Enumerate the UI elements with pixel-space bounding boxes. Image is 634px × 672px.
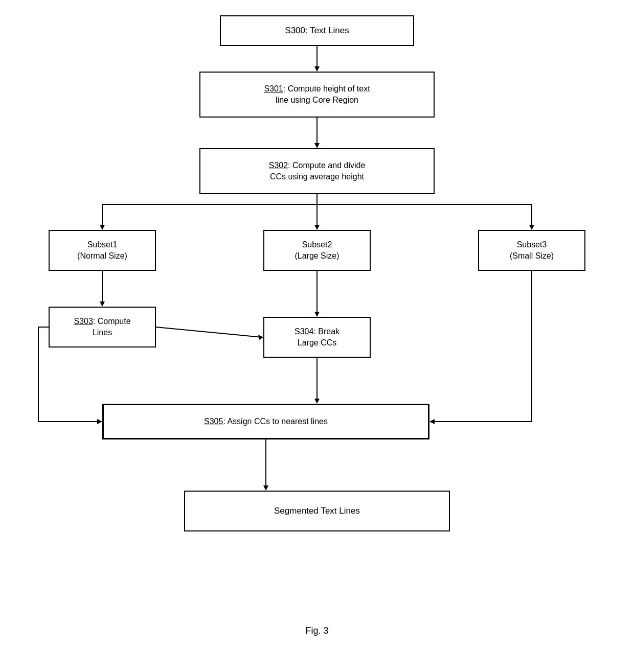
box-s300-label: S300: Text Lines <box>285 25 349 37</box>
svg-marker-7 <box>100 225 105 230</box>
svg-marker-18 <box>258 335 263 340</box>
box-s305: S305: Assign CCs to nearest lines <box>102 404 429 439</box>
box-segmented: Segmented Text Lines <box>184 491 450 531</box>
fig-label: Fig. 3 <box>0 625 634 636</box>
svg-marker-22 <box>97 419 102 424</box>
svg-marker-14 <box>100 302 105 307</box>
box-s303-label: S303: ComputeLines <box>74 316 130 339</box>
box-s300: S300: Text Lines <box>220 15 414 46</box>
box-s304-label: S304: BreakLarge CCs <box>295 326 339 349</box>
box-subset3-label: Subset3(Small Size) <box>510 239 554 262</box>
box-subset1: Subset1(Normal Size) <box>49 230 156 271</box>
box-s304: S304: BreakLarge CCs <box>263 317 371 358</box>
diagram-container: S300: Text Lines S301: Compute height of… <box>0 0 634 644</box>
svg-marker-1 <box>314 66 320 72</box>
box-s302-label: S302: Compute and divideCCs using averag… <box>269 160 366 183</box>
svg-marker-9 <box>314 225 320 230</box>
box-subset1-label: Subset1(Normal Size) <box>77 239 127 262</box>
box-s303: S303: ComputeLines <box>49 307 156 347</box>
svg-marker-12 <box>529 225 534 230</box>
svg-marker-16 <box>314 312 320 317</box>
box-s305-label: S305: Assign CCs to nearest lines <box>204 416 328 427</box>
svg-line-17 <box>156 327 262 337</box>
box-s301-label: S301: Compute height of textline using C… <box>264 83 370 106</box>
svg-marker-27 <box>429 419 435 424</box>
box-s301: S301: Compute height of textline using C… <box>199 72 435 118</box>
box-subset3: Subset3(Small Size) <box>478 230 585 271</box>
svg-marker-24 <box>314 399 320 404</box>
box-s302: S302: Compute and divideCCs using averag… <box>199 148 435 194</box>
box-segmented-label: Segmented Text Lines <box>274 505 360 517</box>
svg-marker-3 <box>314 143 320 148</box>
box-subset2-label: Subset2(Large Size) <box>295 239 339 262</box>
svg-marker-29 <box>263 485 268 491</box>
box-subset2: Subset2(Large Size) <box>263 230 371 271</box>
